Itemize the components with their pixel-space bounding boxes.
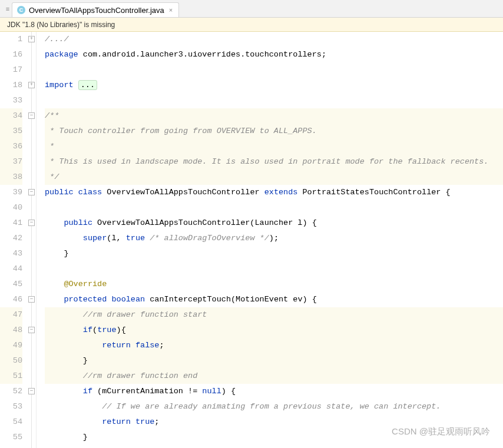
fold-expand-icon[interactable]: + <box>28 82 35 88</box>
line-number: 39 <box>0 185 22 200</box>
tab-menu-icon[interactable]: ≡ <box>4 0 12 17</box>
tab-filename: OverviewToAllAppsTouchController.java <box>29 6 164 15</box>
line-number: 55 <box>0 430 22 445</box>
notification-message: JDK "1.8 (No Libraries)" is missing <box>7 21 115 29</box>
line-number: 40 <box>0 200 22 215</box>
fold-collapse-icon[interactable]: − <box>28 220 35 226</box>
line-number: 45 <box>0 277 22 292</box>
code-line[interactable]: if (mCurrentAnimation != null) { <box>45 384 503 399</box>
fold-collapse-icon[interactable]: − <box>28 388 35 394</box>
line-number: 43 <box>0 246 22 261</box>
line-number: 37 <box>0 154 22 170</box>
line-number: 56 <box>0 445 22 448</box>
code-editor[interactable]: 1161718333435363738394041424344454647484… <box>0 32 503 448</box>
code-line[interactable]: } <box>45 430 503 445</box>
line-number: 51 <box>0 369 22 384</box>
tab-bar: ≡ C OverviewToAllAppsTouchController.jav… <box>0 0 503 18</box>
notification-bar[interactable]: JDK "1.8 (No Libraries)" is missing <box>0 18 503 32</box>
line-number: 52 <box>0 384 22 399</box>
code-line[interactable]: return false; <box>45 338 503 353</box>
code-line[interactable]: //rm drawer function start <box>45 307 503 323</box>
fold-collapse-icon[interactable]: − <box>28 327 35 333</box>
fold-column: ++−−−−−−− <box>28 32 37 448</box>
code-line[interactable]: */ <box>45 170 503 185</box>
line-number: 1 <box>0 32 22 47</box>
code-line[interactable]: /** <box>45 108 503 124</box>
java-class-icon: C <box>17 6 25 14</box>
code-line[interactable] <box>45 62 503 78</box>
code-line[interactable]: if (AbstractFloatingView.getTopOpenView(… <box>45 445 503 448</box>
line-number: 16 <box>0 47 22 62</box>
line-number: 50 <box>0 353 22 369</box>
code-line[interactable]: protected boolean canInterceptTouch(Moti… <box>45 292 503 307</box>
fold-collapse-icon[interactable]: − <box>28 112 35 119</box>
fold-collapse-icon[interactable]: − <box>28 189 35 195</box>
code-line[interactable]: public class OverviewToAllAppsTouchContr… <box>45 185 503 200</box>
line-number-gutter: 1161718333435363738394041424344454647484… <box>0 32 28 448</box>
code-line[interactable]: * This is used in landscape mode. It is … <box>45 154 503 170</box>
code-line[interactable]: } <box>45 246 503 261</box>
line-number: 49 <box>0 338 22 353</box>
line-number: 34 <box>0 108 22 124</box>
line-number: 35 <box>0 124 22 139</box>
code-line[interactable]: @Override <box>45 277 503 292</box>
code-line[interactable] <box>45 200 503 215</box>
code-line[interactable]: package com.android.launcher3.uioverride… <box>45 47 503 62</box>
code-line[interactable]: return true; <box>45 414 503 430</box>
line-number: 47 <box>0 307 22 323</box>
code-line[interactable]: } <box>45 353 503 369</box>
line-number: 33 <box>0 93 22 108</box>
line-number: 44 <box>0 261 22 277</box>
code-line[interactable]: super(l, true /* allowDragToOverview */)… <box>45 231 503 246</box>
editor-tab[interactable]: C OverviewToAllAppsTouchController.java … <box>12 2 179 17</box>
code-line[interactable]: import ... <box>45 78 503 93</box>
code-line[interactable]: // If we are already animating from a pr… <box>45 399 503 414</box>
code-area[interactable]: /.../package com.android.launcher3.uiove… <box>37 32 503 448</box>
line-number: 48 <box>0 323 22 338</box>
line-number: 36 <box>0 139 22 154</box>
line-number: 46 <box>0 292 22 307</box>
fold-expand-icon[interactable]: + <box>28 36 35 42</box>
code-line[interactable]: //rm drawer function end <box>45 369 503 384</box>
fold-collapse-icon[interactable]: − <box>28 296 35 303</box>
line-number: 17 <box>0 62 22 78</box>
code-line[interactable] <box>45 93 503 108</box>
code-line[interactable]: /.../ <box>45 32 503 47</box>
code-line[interactable] <box>45 261 503 277</box>
line-number: 53 <box>0 399 22 414</box>
code-line[interactable]: * Touch controller from going from OVERV… <box>45 124 503 139</box>
line-number: 41 <box>0 215 22 231</box>
code-line[interactable]: if(true){ <box>45 323 503 338</box>
line-number: 38 <box>0 170 22 185</box>
close-icon[interactable]: × <box>168 6 174 14</box>
code-line[interactable]: public OverviewToAllAppsTouchController(… <box>45 215 503 231</box>
line-number: 42 <box>0 231 22 246</box>
code-line[interactable]: * <box>45 139 503 154</box>
line-number: 54 <box>0 414 22 430</box>
line-number: 18 <box>0 78 22 93</box>
